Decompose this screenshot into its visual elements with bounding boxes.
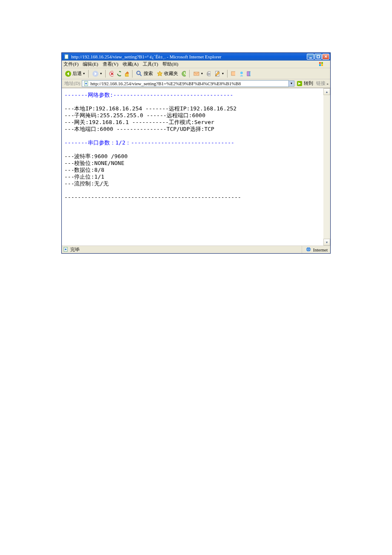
menu-tools[interactable]: 工具(T) [143, 61, 158, 67]
separator [189, 70, 190, 78]
separator [88, 70, 89, 78]
menu-bar: 文件(F) 编辑(E) 查看(V) 收藏(A) 工具(T) 帮助(H) [62, 61, 330, 68]
line-parity: ---校验位:NONE/NONE [64, 160, 124, 166]
stop-button[interactable] [108, 70, 115, 77]
windows-logo-icon [318, 61, 325, 68]
window-title: http://192.168.16.254/view_setting?B1=² … [71, 54, 307, 59]
chevron-down-icon: ▾ [222, 72, 224, 75]
svg-point-8 [182, 71, 186, 76]
section-footer: ----------------------------------------… [64, 194, 241, 200]
ie-page-icon [63, 54, 69, 60]
chevron-down-icon: ▾ [201, 72, 203, 75]
search-icon [136, 70, 143, 77]
go-button[interactable]: 转到 [296, 80, 313, 87]
chevron-down-icon: ▾ [83, 72, 85, 75]
minimize-button[interactable] [307, 54, 314, 60]
title-bar[interactable]: http://192.168.16.254/view_setting?B1=² … [62, 53, 330, 61]
home-button[interactable] [123, 70, 130, 77]
svg-line-7 [140, 74, 141, 76]
line-local-ip: ---本地IP:192.168.16.254 -------远程IP:192.1… [64, 105, 236, 112]
toolbar: 后退 ▾ ▾ 搜索 收藏夹 ▾ ▾ [62, 68, 330, 79]
address-bar: 地址(D) http://192.168.16.254/view_setting… [62, 79, 330, 88]
address-dropdown[interactable]: ▾ [288, 81, 294, 87]
section-serial-header: -------串口参数：1/2：------------------------… [64, 139, 234, 146]
favorites-button[interactable]: 收藏夹 [155, 69, 179, 78]
messenger-button[interactable] [237, 70, 244, 77]
back-button[interactable]: 后退 ▾ [63, 69, 86, 78]
forward-button[interactable]: ▾ [91, 69, 103, 78]
svg-rect-1 [309, 58, 312, 58]
ie-page-icon [83, 81, 89, 87]
edit-button[interactable]: ▾ [213, 69, 225, 78]
line-databits: ---数据位:8/8 [64, 167, 104, 173]
links-label[interactable]: 链接 [316, 80, 326, 87]
menu-file[interactable]: 文件(F) [63, 61, 78, 67]
address-label: 地址(D) [64, 80, 80, 87]
refresh-button[interactable] [115, 70, 122, 77]
svg-rect-16 [247, 72, 249, 76]
internet-zone-icon [306, 247, 312, 253]
search-button[interactable]: 搜索 [135, 69, 154, 78]
line-local-port: ---本地端口:6000 ---------------TCP/UDP选择:TC… [64, 126, 214, 132]
svg-point-22 [65, 249, 66, 250]
menu-edit[interactable]: 编辑(E) [83, 61, 98, 67]
svg-rect-14 [231, 72, 235, 75]
line-baud: ---波特率:9600 /9600 [64, 153, 128, 159]
go-icon [296, 80, 303, 87]
scrollbar[interactable]: ▴ ▾ [323, 88, 330, 246]
svg-rect-17 [249, 72, 251, 76]
address-url: http://192.168.16.254/view_setting?B1=%E… [90, 81, 241, 86]
security-zone: Internet [302, 246, 330, 253]
ie-window: http://192.168.16.254/view_setting?B1=² … [61, 52, 331, 254]
line-stopbits: ---停止位:1/1 [64, 173, 104, 180]
address-input[interactable]: http://192.168.16.254/view_setting?B1=%E… [82, 80, 288, 87]
mail-icon [193, 70, 200, 77]
svg-point-15 [240, 72, 243, 74]
done-icon [63, 247, 69, 253]
scroll-up-button[interactable]: ▴ [323, 88, 330, 95]
line-subnet: ---子网掩码:255.255.255.0 ------远程端口:6000 [64, 112, 205, 119]
star-icon [156, 70, 163, 77]
print-button[interactable] [205, 70, 212, 77]
history-button[interactable] [180, 70, 187, 77]
maximize-button[interactable] [314, 54, 322, 60]
section-network-header: -------网络参数:----------------------------… [64, 92, 233, 98]
research-button[interactable] [245, 70, 252, 77]
mail-button[interactable]: ▾ [192, 69, 204, 78]
separator [132, 70, 133, 78]
svg-rect-12 [208, 75, 210, 76]
chevron-right-icon[interactable]: » [327, 81, 329, 86]
chevron-down-icon: ▾ [100, 72, 102, 75]
menu-favorites[interactable]: 收藏(A) [123, 61, 138, 67]
svg-point-5 [110, 71, 113, 76]
menu-help[interactable]: 帮助(H) [162, 61, 178, 67]
line-gateway: ---网关:192.168.16.1 -----------工作模式:Serve… [64, 119, 214, 125]
status-bar: 完毕 Internet [62, 246, 330, 253]
edit-icon [214, 70, 221, 77]
scroll-down-button[interactable]: ▾ [323, 239, 330, 246]
svg-rect-11 [208, 72, 210, 73]
page-content: -------网络参数:----------------------------… [62, 88, 330, 246]
discuss-button[interactable] [230, 70, 236, 77]
svg-point-19 [85, 83, 87, 84]
close-button[interactable]: ✕ [322, 54, 329, 60]
separator [105, 70, 106, 78]
status-text: 完毕 [70, 246, 302, 253]
menu-view[interactable]: 查看(V) [103, 61, 118, 67]
forward-icon [92, 70, 99, 77]
back-icon [65, 70, 72, 77]
separator [227, 70, 228, 78]
svg-rect-2 [317, 55, 320, 58]
svg-point-6 [137, 71, 140, 75]
line-flowctrl: ---流控制:无/无 [64, 180, 109, 187]
